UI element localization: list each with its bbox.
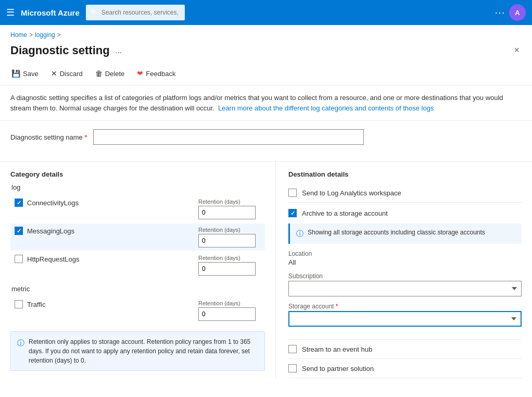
- http-logs-label: HttpRequestLogs: [27, 255, 79, 263]
- azure-logo: Microsoft Azure: [21, 8, 80, 17]
- diagnostic-setting-name-input[interactable]: [93, 129, 364, 145]
- retention-input-messaging[interactable]: [198, 234, 256, 247]
- log-item-right-traffic: Retention (days): [198, 300, 261, 321]
- partner-solution-label: Send to partner solution: [302, 365, 374, 373]
- traffic-label: Traffic: [27, 301, 45, 308]
- subscription-select-wrapper: [288, 281, 522, 296]
- retention-input-connectivity[interactable]: [198, 206, 256, 219]
- retention-info-text: Retention only applies to storage accoun…: [29, 337, 258, 365]
- name-required-indicator: *: [84, 133, 87, 141]
- log-item-messaging: MessagingLogs Retention (days): [10, 224, 265, 251]
- search-wrapper: 🔍: [86, 5, 294, 20]
- category-details-panel: Category details log ConnectivityLogs Re…: [10, 162, 276, 378]
- name-label: Diagnostic setting name *: [10, 133, 87, 141]
- retention-input-traffic[interactable]: [198, 307, 256, 321]
- page-header: Diagnostic setting ... ×: [0, 41, 532, 64]
- page-title: Diagnostic setting: [10, 44, 110, 57]
- checkbox-messaging[interactable]: [15, 227, 23, 235]
- log-item-right-messaging: Retention (days): [198, 227, 261, 247]
- log-item-right-connectivity: Retention (days): [198, 198, 261, 219]
- location-field: Location All: [288, 250, 522, 266]
- storage-account-select[interactable]: [288, 311, 522, 327]
- delete-label: Delete: [105, 70, 125, 78]
- checkbox-http[interactable]: [15, 255, 23, 263]
- log-analytics-label: Send to Log Analytics workspace: [302, 189, 401, 197]
- retention-input-http[interactable]: [198, 262, 256, 276]
- category-details-title: Category details: [10, 170, 265, 178]
- storage-info-box: ⓘ Showing all storage accounts including…: [288, 224, 522, 244]
- delete-icon: 🗑: [95, 69, 103, 78]
- two-col-layout: Category details log ConnectivityLogs Re…: [0, 162, 532, 378]
- log-group-label: log: [10, 183, 265, 191]
- breadcrumb-sep1: >: [29, 31, 33, 39]
- search-input[interactable]: [86, 5, 185, 20]
- discard-icon: ✕: [51, 69, 57, 78]
- subscription-field: Subscription: [288, 272, 522, 296]
- dest-storage-header: Archive to a storage account: [288, 209, 522, 217]
- discard-label: Discard: [60, 70, 83, 78]
- dest-log-analytics: Send to Log Analytics workspace: [288, 183, 522, 203]
- close-button[interactable]: ×: [512, 43, 522, 58]
- retention-label-traffic: Retention (days): [198, 300, 261, 306]
- checkbox-storage-account[interactable]: [288, 209, 297, 217]
- learn-more-link[interactable]: Learn more about the different log categ…: [218, 104, 434, 112]
- subscription-select[interactable]: [288, 281, 522, 296]
- top-navigation: ☰ Microsoft Azure 🔍 ⋯ A: [0, 0, 532, 25]
- nav-more-icon[interactable]: ⋯: [495, 6, 505, 19]
- log-item-traffic: Traffic Retention (days): [10, 297, 265, 324]
- save-label: Save: [23, 70, 39, 78]
- breadcrumb-home[interactable]: Home: [10, 31, 27, 39]
- storage-account-field: Storage account *: [288, 303, 522, 327]
- breadcrumb: Home > logging >: [0, 25, 532, 41]
- discard-button[interactable]: ✕ Discard: [50, 67, 84, 80]
- event-hub-label: Stream to an event hub: [302, 345, 372, 353]
- feedback-icon: ❤: [137, 69, 143, 78]
- breadcrumb-sep2: >: [57, 31, 61, 39]
- toolbar: 💾 Save ✕ Discard 🗑 Delete ❤ Feedback: [0, 64, 532, 85]
- ellipsis-button[interactable]: ...: [115, 46, 122, 55]
- checkbox-partner-solution[interactable]: [288, 364, 297, 373]
- checkbox-log-analytics[interactable]: [288, 189, 297, 197]
- destination-details-panel: Destination details Send to Log Analytic…: [276, 162, 522, 378]
- feedback-button[interactable]: ❤ Feedback: [136, 67, 176, 80]
- retention-label-connectivity: Retention (days): [198, 198, 261, 205]
- checkbox-traffic[interactable]: [15, 300, 23, 308]
- storage-account-required: *: [336, 303, 338, 310]
- storage-account-select-wrapper: [288, 311, 522, 327]
- dest-storage-account: Archive to a storage account ⓘ Showing a…: [288, 203, 522, 340]
- location-value: All: [288, 258, 522, 266]
- hamburger-menu[interactable]: ☰: [6, 7, 15, 18]
- log-item-left-messaging: MessagingLogs: [15, 227, 198, 235]
- storage-info-text: Showing all storage accounts including c…: [308, 229, 485, 239]
- dest-partner-solution: Send to partner solution: [288, 359, 522, 378]
- retention-label-http: Retention (days): [198, 255, 261, 261]
- log-category-group: log ConnectivityLogs Retention (days): [10, 183, 265, 279]
- retention-info-box: ⓘ Retention only applies to storage acco…: [10, 331, 265, 371]
- location-label: Location: [288, 250, 522, 257]
- save-icon: 💾: [11, 69, 20, 78]
- dest-event-hub: Stream to an event hub: [288, 340, 522, 359]
- storage-account-field-label: Storage account *: [288, 303, 522, 310]
- log-item-right-http: Retention (days): [198, 255, 261, 276]
- storage-account-label: Archive to a storage account: [302, 209, 388, 217]
- breadcrumb-logging[interactable]: logging: [35, 31, 55, 39]
- delete-button[interactable]: 🗑 Delete: [94, 67, 126, 80]
- connectivity-logs-label: ConnectivityLogs: [27, 199, 79, 207]
- retention-label-messaging: Retention (days): [198, 227, 261, 233]
- main-container: Home > logging > Diagnostic setting ... …: [0, 25, 532, 397]
- checkbox-connectivity[interactable]: [15, 198, 23, 207]
- subscription-label: Subscription: [288, 272, 522, 280]
- save-button[interactable]: 💾 Save: [10, 67, 40, 80]
- feedback-label: Feedback: [146, 70, 175, 78]
- metric-group-label: metric: [10, 285, 265, 293]
- log-item-left-traffic: Traffic: [15, 300, 198, 308]
- page-title-group: Diagnostic setting ...: [10, 44, 122, 57]
- avatar[interactable]: A: [509, 4, 526, 21]
- description: A diagnostic setting specifies a list of…: [0, 85, 532, 121]
- metric-category-group: metric Traffic Retention (days): [10, 285, 265, 324]
- destination-details-title: Destination details: [288, 170, 522, 178]
- messaging-logs-label: MessagingLogs: [27, 227, 74, 235]
- form-area: Diagnostic setting name *: [0, 121, 532, 162]
- checkbox-event-hub[interactable]: [288, 345, 297, 353]
- nav-right: ⋯ A: [495, 4, 526, 21]
